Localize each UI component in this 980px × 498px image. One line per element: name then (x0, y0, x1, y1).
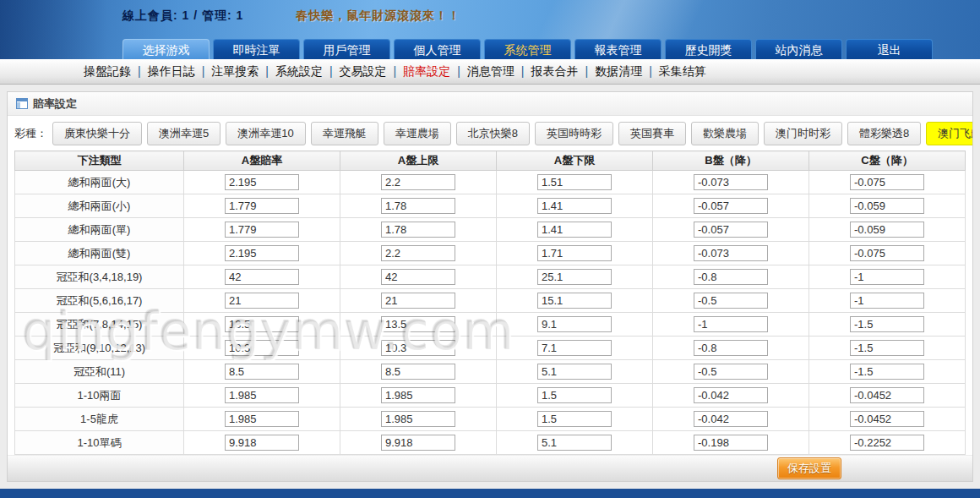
lottery-button-8[interactable]: 英国賽車 (618, 122, 686, 145)
nav-tab-1[interactable]: 选择游戏 (122, 39, 210, 59)
nav-tab-7[interactable]: 歷史開獎 (665, 39, 752, 59)
lottery-button-1[interactable]: 廣東快樂十分 (52, 122, 142, 145)
odds-input[interactable] (537, 387, 612, 403)
odds-input[interactable] (850, 222, 924, 238)
odds-input[interactable] (225, 245, 299, 261)
odds-input[interactable] (381, 435, 455, 451)
lottery-button-4[interactable]: 幸運飛艇 (311, 122, 378, 145)
odds-input[interactable] (694, 387, 768, 403)
odds-input[interactable] (850, 174, 924, 190)
odds-input[interactable] (694, 269, 768, 285)
lottery-button-2[interactable]: 澳洲幸運5 (147, 122, 220, 145)
submenu-item-8[interactable]: 报表合并 (531, 64, 578, 78)
submenu-item-5[interactable]: 交易設定 (340, 64, 387, 78)
lottery-button-11[interactable]: 體彩樂透8 (847, 122, 921, 145)
nav-tab-4[interactable]: 個人管理 (394, 39, 481, 59)
odds-input[interactable] (850, 435, 924, 451)
odds-input[interactable] (694, 364, 768, 380)
odds-input[interactable] (381, 316, 455, 332)
submenu-item-7[interactable]: 消息管理 (467, 64, 514, 78)
odds-input[interactable] (225, 316, 299, 332)
odds-input[interactable] (381, 293, 455, 309)
odds-value-cell (809, 171, 966, 194)
odds-value-cell (497, 360, 653, 384)
odds-input[interactable] (537, 222, 612, 238)
odds-input[interactable] (694, 222, 768, 238)
odds-input[interactable] (537, 316, 612, 332)
odds-input[interactable] (537, 174, 612, 190)
odds-input[interactable] (850, 387, 924, 403)
nav-tab-9[interactable]: 退出 (846, 39, 933, 59)
odds-input[interactable] (381, 174, 455, 190)
odds-input[interactable] (850, 316, 924, 332)
submenu-item-3[interactable]: 注單搜索 (211, 64, 259, 78)
odds-input[interactable] (694, 293, 768, 309)
odds-input[interactable] (694, 174, 768, 190)
odds-input[interactable] (850, 340, 924, 356)
lottery-button-6[interactable]: 北京快樂8 (456, 122, 530, 145)
odds-input[interactable] (381, 269, 455, 285)
odds-input[interactable] (694, 245, 768, 261)
submenu-item-1[interactable]: 操盤記錄 (84, 64, 131, 78)
lottery-button-12[interactable]: 澳门飞艇 (926, 122, 972, 145)
submenu-item-6[interactable]: 賠率設定 (403, 64, 450, 78)
odds-input[interactable] (537, 340, 612, 356)
odds-input[interactable] (537, 293, 612, 309)
nav-tab-3[interactable]: 用戶管理 (303, 39, 390, 59)
odds-input[interactable] (381, 411, 455, 427)
odds-input[interactable] (225, 222, 299, 238)
nav-tab-5[interactable]: 系统管理 (484, 39, 571, 59)
lottery-button-9[interactable]: 歡樂農場 (691, 122, 759, 145)
odds-input[interactable] (850, 269, 924, 285)
odds-value-cell (340, 313, 497, 337)
odds-input[interactable] (381, 387, 455, 403)
odds-input[interactable] (225, 387, 299, 403)
odds-input[interactable] (694, 340, 768, 356)
odds-input[interactable] (225, 435, 299, 451)
submenu-item-9[interactable]: 数据清理 (595, 64, 642, 78)
nav-tab-2[interactable]: 即時注單 (213, 39, 300, 59)
odds-value-cell (809, 218, 966, 242)
odds-input[interactable] (381, 340, 455, 356)
odds-input[interactable] (225, 269, 299, 285)
odds-input[interactable] (225, 364, 299, 380)
odds-input[interactable] (537, 269, 612, 285)
odds-input[interactable] (381, 364, 455, 380)
odds-input[interactable] (225, 198, 299, 214)
odds-input[interactable] (850, 198, 924, 214)
submenu-item-10[interactable]: 采集结算 (659, 64, 706, 78)
nav-tab-8[interactable]: 站內消息 (755, 39, 842, 59)
odds-input[interactable] (537, 411, 612, 427)
odds-input[interactable] (537, 245, 612, 261)
odds-input[interactable] (694, 435, 768, 451)
lottery-button-5[interactable]: 幸運農場 (384, 122, 451, 145)
odds-value-cell (809, 242, 966, 265)
odds-input[interactable] (850, 411, 924, 427)
submenu-item-2[interactable]: 操作日誌 (148, 64, 195, 78)
save-settings-button[interactable]: 保存設置 (777, 457, 841, 479)
odds-input[interactable] (225, 411, 299, 427)
odds-input[interactable] (225, 293, 299, 309)
odds-input[interactable] (381, 198, 455, 214)
odds-input[interactable] (225, 340, 299, 356)
odds-input[interactable] (537, 198, 612, 214)
odds-input[interactable] (850, 245, 924, 261)
odds-input[interactable] (225, 174, 299, 190)
lottery-button-7[interactable]: 英国時時彩 (535, 122, 613, 145)
odds-input[interactable] (850, 293, 924, 309)
nav-tab-6[interactable]: 報表管理 (574, 39, 662, 59)
odds-input[interactable] (694, 316, 768, 332)
lottery-button-10[interactable]: 澳门时时彩 (764, 122, 842, 145)
odds-input[interactable] (694, 411, 768, 427)
odds-input[interactable] (381, 245, 455, 261)
odds-value-cell (809, 431, 966, 455)
odds-input[interactable] (850, 364, 924, 380)
odds-input[interactable] (381, 222, 455, 238)
submenu-separator: | (202, 64, 205, 78)
odds-input[interactable] (537, 364, 612, 380)
odds-input[interactable] (694, 198, 768, 214)
submenu-item-4[interactable]: 系統設定 (275, 64, 323, 78)
odds-input[interactable] (537, 435, 612, 451)
odds-value-cell (653, 171, 809, 194)
lottery-button-3[interactable]: 澳洲幸運10 (226, 122, 305, 145)
